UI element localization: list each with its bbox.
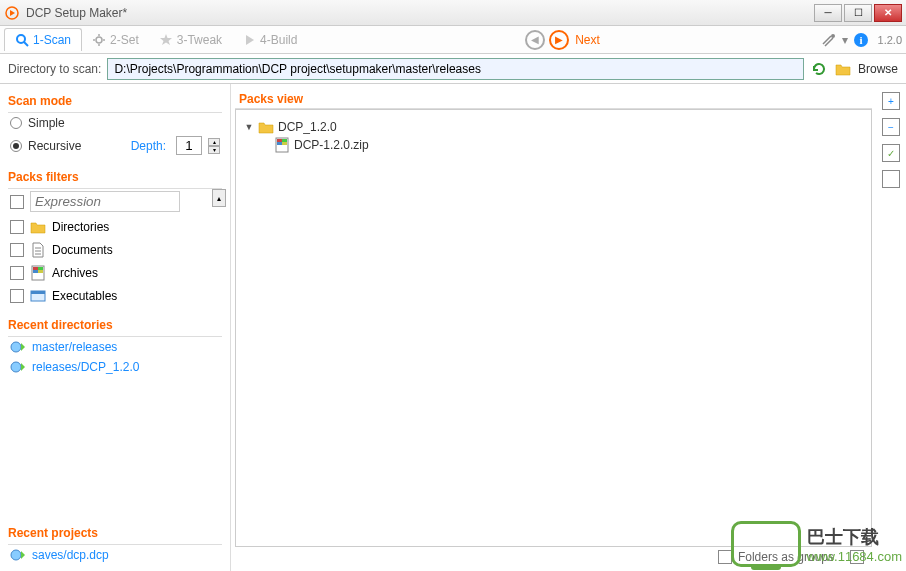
directory-label: Directory to scan: — [8, 62, 101, 76]
window-title: DCP Setup Maker* — [26, 6, 814, 20]
filter-archives-label: Archives — [52, 266, 98, 280]
archive-file-icon — [274, 137, 290, 153]
svg-rect-18 — [38, 270, 43, 273]
depth-down[interactable]: ▾ — [208, 146, 220, 154]
checkbox-documents[interactable] — [10, 243, 24, 257]
watermark-cn: 巴士下载 — [807, 525, 879, 549]
tab-scan-label: 1-Scan — [33, 33, 71, 47]
tab-tweak-label: 3-Tweak — [177, 33, 222, 47]
tree-file-row[interactable]: DCP-1.2.0.zip — [274, 136, 863, 154]
svg-point-21 — [11, 342, 21, 352]
main-pane: Packs view ▼ DCP_1.2.0 DCP-1.2.0.zip Fol… — [230, 84, 876, 571]
tab-set[interactable]: 2-Set — [82, 29, 149, 51]
remove-button[interactable]: − — [882, 118, 900, 136]
recent-dir-0[interactable]: master/releases — [32, 340, 117, 354]
document-icon — [30, 242, 46, 258]
watermark-url: www.11684.com — [807, 549, 902, 564]
svg-line-2 — [24, 42, 28, 46]
depth-up[interactable]: ▴ — [208, 138, 220, 146]
depth-label: Depth: — [131, 139, 166, 153]
svg-point-22 — [11, 362, 21, 372]
tree-folder-row[interactable]: ▼ DCP_1.2.0 — [244, 118, 863, 136]
refresh-icon[interactable] — [810, 60, 828, 78]
checkbox-executables[interactable] — [10, 289, 24, 303]
directory-input[interactable] — [107, 58, 804, 80]
app-icon — [4, 5, 20, 21]
filters-title: Packs filters — [8, 166, 222, 189]
close-button[interactable]: ✕ — [874, 4, 902, 22]
folder-small-icon — [30, 219, 46, 235]
svg-rect-17 — [33, 270, 38, 273]
folder-icon — [258, 119, 274, 135]
browse-button[interactable]: Browse — [858, 62, 898, 76]
title-bar: DCP Setup Maker* ─ ☐ ✕ — [0, 0, 906, 26]
radio-simple[interactable] — [10, 117, 22, 129]
scan-mode-title: Scan mode — [8, 90, 222, 113]
tab-build-label: 4-Build — [260, 33, 297, 47]
tab-tweak[interactable]: 3-Tweak — [149, 29, 232, 51]
check-button[interactable]: ✓ — [882, 144, 900, 162]
executable-icon — [30, 288, 46, 304]
recent-projects-title: Recent projects — [8, 522, 222, 545]
svg-point-23 — [11, 550, 21, 560]
radio-simple-label: Simple — [28, 116, 65, 130]
uncheck-button[interactable] — [882, 170, 900, 188]
play-icon — [242, 33, 256, 47]
settings-icon[interactable] — [820, 31, 838, 49]
sidebar: Scan mode Simple Recursive Depth: ▴ ▾ Pa… — [0, 84, 230, 571]
watermark: 巴士下载 www.11684.com — [731, 521, 902, 567]
packs-tree[interactable]: ▼ DCP_1.2.0 DCP-1.2.0.zip — [235, 109, 872, 547]
filter-documents-label: Documents — [52, 243, 113, 257]
next-button[interactable]: ▶ — [549, 30, 569, 50]
svg-point-8 — [831, 34, 835, 38]
version-label: 1.2.0 — [878, 34, 902, 46]
back-button[interactable]: ◀ — [525, 30, 545, 50]
svg-point-1 — [17, 35, 25, 43]
svg-rect-16 — [38, 267, 43, 270]
globe-arrow-icon — [10, 547, 26, 563]
globe-arrow-icon — [10, 359, 26, 375]
next-label[interactable]: Next — [575, 33, 600, 47]
checkbox-archives[interactable] — [10, 266, 24, 280]
directory-bar: Directory to scan: Browse — [0, 54, 906, 84]
filter-directories-label: Directories — [52, 220, 109, 234]
gear-icon — [92, 33, 106, 47]
radio-recursive[interactable] — [10, 140, 22, 152]
svg-rect-25 — [277, 139, 282, 142]
filter-executables-label: Executables — [52, 289, 117, 303]
maximize-button[interactable]: ☐ — [844, 4, 872, 22]
folder-icon[interactable] — [834, 60, 852, 78]
checkbox-expression[interactable] — [10, 195, 24, 209]
globe-arrow-icon — [10, 339, 26, 355]
main-toolbar: 1-Scan 2-Set 3-Tweak 4-Build ◀ ▶ Next ▾ … — [0, 26, 906, 54]
svg-rect-26 — [282, 139, 287, 142]
expression-input[interactable] — [30, 191, 180, 212]
tab-build[interactable]: 4-Build — [232, 29, 307, 51]
radio-recursive-label: Recursive — [28, 139, 81, 153]
svg-point-3 — [96, 37, 102, 43]
svg-rect-27 — [277, 142, 282, 145]
info-icon[interactable]: i — [852, 31, 870, 49]
add-button[interactable]: + — [882, 92, 900, 110]
star-icon — [159, 33, 173, 47]
checkbox-directories[interactable] — [10, 220, 24, 234]
packs-view-title: Packs view — [235, 90, 872, 109]
svg-text:i: i — [859, 34, 862, 46]
svg-rect-20 — [31, 291, 45, 294]
tab-scan[interactable]: 1-Scan — [4, 28, 82, 51]
recent-project-0[interactable]: saves/dcp.dcp — [32, 548, 109, 562]
watermark-logo-icon — [731, 521, 801, 567]
tree-folder-label: DCP_1.2.0 — [278, 120, 337, 134]
depth-input[interactable] — [176, 136, 202, 155]
tab-set-label: 2-Set — [110, 33, 139, 47]
right-toolbar: + − ✓ — [876, 84, 906, 571]
svg-rect-28 — [282, 142, 287, 145]
recent-dirs-title: Recent directories — [8, 314, 222, 337]
tree-file-label: DCP-1.2.0.zip — [294, 138, 369, 152]
window-controls: ─ ☐ ✕ — [814, 4, 902, 22]
filter-scroll-up[interactable]: ▴ — [212, 189, 226, 207]
recent-dir-1[interactable]: releases/DCP_1.2.0 — [32, 360, 139, 374]
tree-toggle-icon[interactable]: ▼ — [244, 122, 254, 132]
minimize-button[interactable]: ─ — [814, 4, 842, 22]
archive-icon — [30, 265, 46, 281]
